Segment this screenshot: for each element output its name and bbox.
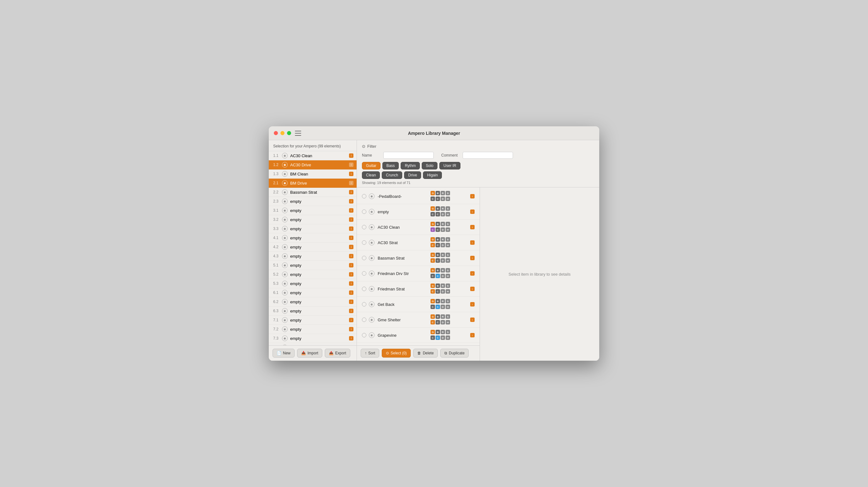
name-input[interactable] (383, 152, 434, 159)
item-icon: ◉ (282, 171, 288, 177)
list-item[interactable]: 4.3 ◉ empty i (269, 252, 356, 261)
lib-tags: GBRSCCDH (431, 284, 468, 294)
library-item[interactable]: ◉ Plexi Strat GBRSCCDH i (357, 343, 479, 345)
lib-radio[interactable] (362, 271, 366, 276)
amp-tag-higain[interactable]: Higain (423, 171, 442, 179)
list-item[interactable]: 4.2 ◉ empty i (269, 242, 356, 252)
type-tag-guitar[interactable]: Guitar (362, 162, 380, 170)
list-item[interactable]: 6.2 ◉ empty i (269, 297, 356, 307)
amp-tag-clean[interactable]: Clean (362, 171, 380, 179)
library-item[interactable]: ◉ Grapevine GBRSCCDH i (357, 327, 479, 343)
list-item[interactable]: 1.2 ◉ AC30 Drive i (269, 160, 356, 170)
list-item[interactable]: 6.3 ◉ empty i (269, 307, 356, 316)
library-item[interactable]: ◉ Get Back GBRSCCDH i (357, 297, 479, 312)
lib-radio[interactable] (362, 256, 366, 260)
maximize-button[interactable] (287, 131, 291, 135)
filter-fields: Name Comment (362, 152, 594, 159)
export-button[interactable]: 📤 Export (325, 349, 350, 357)
item-number: 3.3 (273, 227, 282, 231)
mini-tag: R (441, 268, 445, 273)
item-badge: i (349, 199, 353, 203)
library-item[interactable]: ◉ Friedman Strat GBRSCCDH i (357, 281, 479, 297)
lib-radio[interactable] (362, 302, 366, 307)
new-button[interactable]: 📄 New (273, 349, 294, 357)
library-item[interactable]: ◉ Friedman Drv Str GBRSCCDH i (357, 266, 479, 281)
list-item[interactable]: 5.1 ◉ empty i (269, 261, 356, 270)
lib-name: Friedman Drv Str (378, 271, 431, 276)
list-item[interactable]: 4.1 ◉ empty i (269, 233, 356, 242)
lib-radio[interactable] (362, 317, 366, 322)
lib-radio[interactable] (362, 209, 366, 214)
item-number: 4.2 (273, 245, 282, 249)
left-panel-header: Selection for your Ampero (99 elements) (269, 140, 356, 151)
mini-tag: B (436, 314, 440, 319)
delete-button[interactable]: 🗑 Delete (413, 349, 438, 357)
mini-tag: R (441, 206, 445, 211)
lib-radio[interactable] (362, 225, 366, 229)
sort-button[interactable]: ↑ Sort (361, 349, 379, 357)
list-item[interactable]: 3.3 ◉ empty i (269, 224, 356, 233)
tags-row-top: GBRS (431, 314, 450, 319)
duplicate-button[interactable]: ⧉ Duplicate (440, 349, 469, 357)
item-name: empty (290, 318, 349, 322)
list-item[interactable]: 1.3 ◉ BM Clean i (269, 170, 356, 179)
library-item[interactable]: ◉ empty GBRSCCDH i (357, 204, 479, 220)
detail-area: Select item in library to see details (479, 188, 599, 361)
lib-radio[interactable] (362, 333, 366, 337)
list-item[interactable]: 7.1 ◉ empty i (269, 316, 356, 325)
type-tag-rythm[interactable]: Rythm (401, 162, 420, 170)
close-button[interactable] (274, 131, 278, 135)
item-name: empty (290, 299, 349, 304)
type-tag-user ir[interactable]: User IR (439, 162, 460, 170)
mini-tag: S (446, 268, 450, 273)
amp-tag-crunch[interactable]: Crunch (382, 171, 402, 179)
item-badge: i (349, 299, 353, 304)
mini-tag: R (441, 314, 445, 319)
import-button[interactable]: 📥 Import (297, 349, 322, 357)
list-item[interactable]: 2.3 ◉ empty i (269, 197, 356, 206)
item-icon: ◉ (282, 198, 288, 204)
amp-tag-drive[interactable]: Drive (404, 171, 421, 179)
mini-tag: G (431, 237, 435, 241)
list-item[interactable]: 5.2 ◉ empty i (269, 270, 356, 279)
lib-icon: ◉ (369, 302, 374, 307)
sidebar-toggle-icon[interactable] (295, 131, 301, 136)
select-button[interactable]: ⊙ Select (0) (382, 349, 411, 357)
lib-radio[interactable] (362, 287, 366, 291)
lib-info-badge: i (470, 302, 474, 307)
tags-row-bot: CCDH (431, 258, 450, 263)
lib-radio[interactable] (362, 194, 366, 198)
mini-tag: B (436, 206, 440, 211)
library-item[interactable]: ◉ -PedalBoard- GBRSCCDH i (357, 189, 479, 204)
list-item[interactable]: 7.3 ◉ empty i (269, 334, 356, 343)
library-item[interactable]: ◉ Gme Shelter GBRSCCDH i (357, 312, 479, 327)
list-item[interactable]: 5.3 ◉ empty i (269, 279, 356, 288)
comment-input[interactable] (463, 152, 513, 159)
library-item[interactable]: ◉ AC30 Strat GBRSCCDH i (357, 235, 479, 251)
minimize-button[interactable] (280, 131, 284, 135)
lib-info-badge: i (470, 287, 474, 291)
library-item[interactable]: ◉ Bassman Strat GBRSCCDH i (357, 251, 479, 266)
library-item[interactable]: ◉ AC30 Clean GBRSCCDH i (357, 220, 479, 235)
item-badge: i (349, 336, 353, 341)
mini-tag: R (441, 222, 445, 226)
list-item[interactable]: 7.2 ◉ empty i (269, 325, 356, 334)
list-item[interactable]: 2.1 ◉ BM Drive i (269, 179, 356, 188)
comment-field: Comment (441, 152, 513, 159)
type-tag-bass[interactable]: Bass (382, 162, 399, 170)
list-item[interactable]: 1.1 ◉ AC30 Clean i (269, 151, 356, 160)
list-item[interactable]: 3.2 ◉ empty i (269, 215, 356, 224)
list-item[interactable]: 2.2 ◉ Bassman Strat i (269, 188, 356, 197)
item-number: 4.3 (273, 254, 282, 258)
item-icon: ◉ (282, 180, 288, 186)
item-badge: i (349, 217, 353, 222)
lib-radio[interactable] (362, 240, 366, 245)
lib-info-badge: i (470, 225, 474, 229)
list-item[interactable]: 8.1 ◉ empty i (269, 343, 356, 345)
duplicate-icon: ⧉ (444, 351, 447, 355)
list-item[interactable]: 3.1 ◉ empty i (269, 206, 356, 215)
lib-icon: ◉ (369, 317, 374, 322)
list-item[interactable]: 6.1 ◉ empty i (269, 288, 356, 297)
item-number: 7.2 (273, 327, 282, 332)
type-tag-solo[interactable]: Solo (422, 162, 437, 170)
